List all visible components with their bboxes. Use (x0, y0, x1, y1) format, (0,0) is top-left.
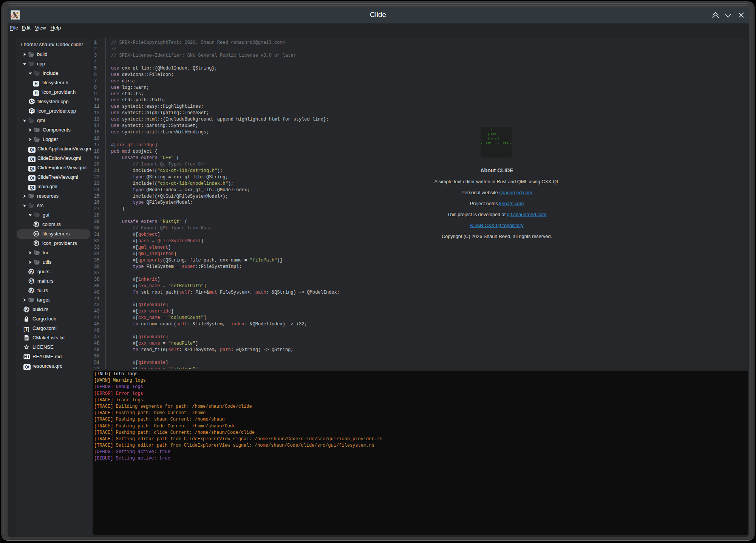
svg-text:R: R (25, 307, 28, 311)
svg-text:R: R (30, 269, 33, 274)
svg-text:C: C (30, 108, 33, 113)
svg-text:R: R (30, 279, 33, 283)
svg-text:R: R (35, 232, 38, 236)
svg-text:C: C (30, 99, 33, 104)
svg-text:R: R (35, 222, 38, 226)
svg-text:R: R (30, 288, 33, 292)
svg-text:R: R (35, 241, 38, 245)
